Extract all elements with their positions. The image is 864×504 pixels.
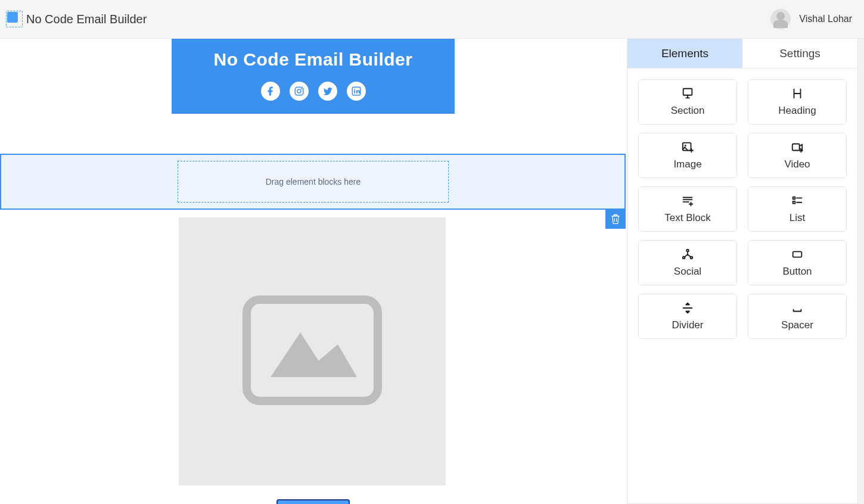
element-heading[interactable]: Heading	[748, 79, 847, 125]
element-social[interactable]: Social	[638, 240, 737, 285]
side-panel: Elements Settings Section Heading Image …	[627, 39, 858, 504]
element-section[interactable]: Section	[638, 79, 737, 125]
user-name[interactable]: Vishal Lohar	[799, 14, 852, 24]
svg-rect-4	[354, 91, 355, 94]
svg-rect-16	[793, 251, 802, 257]
twitter-icon[interactable]	[318, 82, 337, 101]
element-button[interactable]: Button	[748, 240, 847, 285]
dropzone-hint: Drag element blocks here	[266, 177, 361, 186]
app-header: No Code Email Builder Vishal Lohar	[0, 0, 864, 39]
element-list[interactable]: List	[748, 186, 847, 232]
tab-elements[interactable]: Elements	[627, 39, 742, 69]
element-textblock[interactable]: Text Block	[638, 186, 737, 232]
tab-settings[interactable]: Settings	[742, 39, 857, 69]
canvas-dropzone[interactable]: Drag element blocks here	[178, 161, 449, 203]
element-image[interactable]: Image	[638, 133, 737, 178]
delete-section-button[interactable]	[605, 209, 626, 229]
divider-icon	[681, 301, 694, 315]
social-row	[181, 82, 445, 101]
facebook-icon[interactable]	[261, 82, 280, 101]
social-icon	[681, 248, 694, 261]
textblock-icon	[681, 194, 694, 207]
svg-point-5	[354, 89, 355, 90]
spacer-icon	[791, 301, 804, 315]
email-canvas[interactable]: No Code Email Builder	[172, 39, 455, 114]
trash-icon	[610, 213, 621, 225]
app-logo-icon	[6, 11, 23, 27]
svg-rect-6	[247, 300, 378, 401]
section-icon	[681, 87, 694, 100]
svg-point-1	[297, 89, 301, 93]
image-placeholder-icon	[238, 291, 387, 412]
canvas-button-element[interactable]: I'm a button	[276, 499, 349, 504]
list-icon	[791, 194, 804, 207]
email-header-block[interactable]: No Code Email Builder	[172, 39, 455, 114]
element-video[interactable]: Video	[748, 133, 847, 178]
svg-rect-7	[683, 89, 692, 95]
element-spacer[interactable]: Spacer	[748, 294, 847, 339]
vertical-scrollbar[interactable]	[858, 39, 864, 504]
image-icon	[681, 141, 694, 154]
instagram-icon[interactable]	[290, 82, 309, 101]
svg-point-2	[301, 88, 302, 89]
linkedin-icon[interactable]	[347, 82, 366, 101]
user-avatar-icon[interactable]	[770, 9, 791, 29]
element-divider[interactable]: Divider	[638, 294, 737, 339]
svg-rect-12	[793, 201, 795, 204]
video-icon	[791, 141, 804, 154]
heading-icon	[791, 87, 804, 100]
button-icon	[791, 248, 804, 261]
elements-grid: Section Heading Image Video Text Block L…	[627, 69, 857, 350]
svg-point-9	[685, 145, 686, 147]
svg-rect-11	[793, 197, 795, 200]
svg-rect-10	[792, 144, 800, 151]
email-header-title[interactable]: No Code Email Builder	[181, 49, 445, 70]
app-title: No Code Email Builder	[26, 13, 147, 26]
image-block[interactable]	[179, 217, 446, 486]
